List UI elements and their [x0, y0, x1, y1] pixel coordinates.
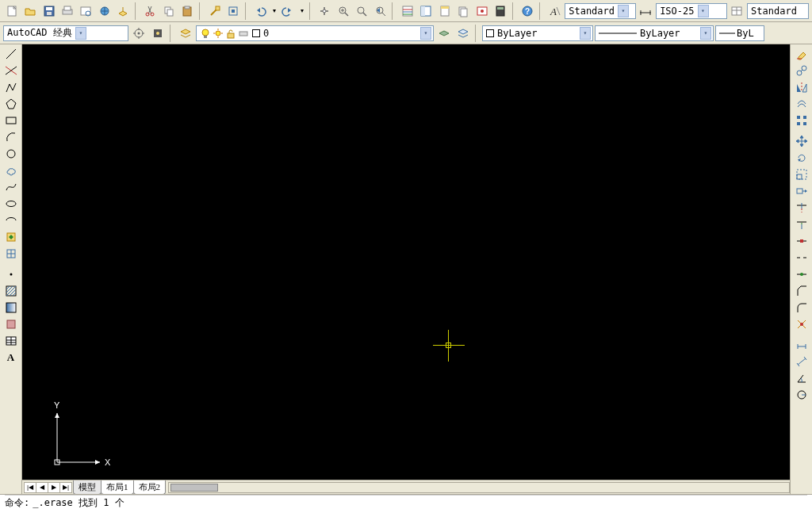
publish-button[interactable] [96, 2, 113, 20]
table-tool[interactable] [2, 333, 20, 349]
layer-combo[interactable]: 0 ▾ [196, 25, 434, 41]
help-button[interactable]: ? [519, 2, 536, 20]
sheet-set-button[interactable] [454, 2, 471, 20]
arc-tool[interactable] [2, 129, 20, 145]
command-area[interactable]: 命令: _.erase 找到 1 个 [0, 494, 812, 509]
erase-tool[interactable] [793, 46, 810, 62]
undo-dropdown[interactable]: ▾ [270, 2, 278, 20]
hatch-tool[interactable] [2, 283, 20, 299]
redo-dropdown[interactable]: ▾ [298, 2, 306, 20]
plot-button[interactable] [59, 2, 75, 20]
break-at-point-tool[interactable] [793, 233, 810, 249]
rectangle-tool[interactable] [2, 113, 20, 128]
new-file-button[interactable] [3, 2, 20, 20]
construction-line-tool[interactable] [2, 63, 20, 78]
dim-style-combo[interactable]: ISO-25 ▾ [656, 3, 727, 19]
revision-cloud-tool[interactable] [2, 163, 20, 178]
table-style-combo[interactable]: Standard [747, 3, 809, 19]
plot-preview-button[interactable] [78, 2, 94, 20]
markup-button[interactable] [473, 2, 490, 20]
polygon-tool[interactable] [2, 96, 20, 112]
dimaligned-tool[interactable] [793, 354, 810, 369]
tab-nav-prev[interactable]: ◀ [36, 482, 48, 493]
tab-nav-next[interactable]: ▶ [48, 482, 60, 493]
join-tool[interactable] [793, 266, 810, 282]
dimangular-tool[interactable] [793, 370, 810, 386]
trim-tool[interactable] [793, 200, 810, 216]
copy-button[interactable] [160, 2, 177, 20]
text-style-combo[interactable]: Standard ▾ [565, 3, 636, 19]
svg-text:Y: Y [54, 400, 60, 410]
spline-tool[interactable] [2, 179, 20, 195]
dimstyle-icon[interactable] [638, 2, 654, 20]
lineweight-combo[interactable]: ByL [715, 25, 764, 41]
extend-tool[interactable] [793, 216, 810, 232]
horizontal-scrollbar[interactable] [168, 482, 790, 493]
chamfer-tool[interactable] [793, 283, 810, 299]
layer-previous-button[interactable] [435, 25, 453, 42]
layer-states-button[interactable] [454, 25, 472, 42]
scale-tool[interactable] [793, 166, 810, 182]
ellipse-tool[interactable] [2, 196, 20, 212]
paste-button[interactable] [179, 2, 196, 20]
break-tool[interactable] [793, 250, 810, 266]
redo-button[interactable] [280, 2, 297, 20]
offset-tool[interactable] [793, 96, 810, 112]
make-block-tool[interactable] [2, 246, 20, 262]
tab-layout1[interactable]: 布局1 [101, 480, 134, 495]
undo-button[interactable] [252, 2, 269, 20]
textstyle-icon[interactable]: A [546, 2, 563, 20]
command-prompt: 命令: [5, 496, 29, 509]
tab-nav-last[interactable]: ▶| [59, 482, 72, 493]
explode-tool[interactable] [793, 316, 810, 332]
3ddwfpublish-button[interactable] [114, 2, 131, 20]
linetype-combo[interactable]: ByLayer ▾ [595, 25, 714, 41]
region-tool[interactable] [2, 316, 20, 332]
open-file-button[interactable] [21, 2, 38, 20]
my-workspace-button[interactable] [149, 25, 167, 42]
match-prop-button[interactable] [206, 2, 223, 20]
save-button[interactable] [40, 2, 57, 20]
svg-rect-114 [803, 122, 806, 125]
polyline-tool[interactable] [2, 79, 20, 95]
zoom-realtime-button[interactable] [335, 2, 351, 20]
properties-button[interactable] [399, 2, 416, 20]
point-tool[interactable] [2, 266, 20, 282]
line-tool[interactable] [2, 46, 20, 62]
mtext-tool[interactable]: A [2, 350, 20, 365]
tablestyle-icon[interactable] [729, 2, 745, 20]
cut-button[interactable] [142, 2, 159, 20]
zoom-previous-button[interactable] [372, 2, 389, 20]
ellipse-arc-tool[interactable] [2, 212, 20, 228]
copy-tool[interactable] [793, 63, 810, 78]
circle-tool[interactable] [2, 146, 20, 162]
tab-model[interactable]: 模型 [73, 480, 102, 495]
dimlinear-tool[interactable] [793, 337, 810, 353]
workspace-combo[interactable]: AutoCAD 经典 ▾ [3, 25, 128, 41]
dimradius-tool[interactable] [793, 387, 810, 403]
rotate-tool[interactable] [793, 150, 810, 166]
fillet-tool[interactable] [793, 300, 810, 316]
quickcalc-button[interactable] [492, 2, 508, 20]
zoom-window-button[interactable] [354, 2, 370, 20]
svg-line-72 [6, 49, 16, 59]
layer-properties-button[interactable] [177, 25, 194, 42]
drawing-viewport[interactable]: X Y [22, 44, 790, 480]
svg-rect-18 [232, 10, 235, 13]
svg-marker-118 [800, 144, 803, 147]
color-combo[interactable]: ByLayer ▾ [482, 25, 593, 41]
insert-block-tool[interactable] [2, 229, 20, 245]
mirror-tool[interactable] [793, 79, 810, 95]
stretch-tool[interactable] [793, 183, 810, 199]
block-editor-button[interactable] [224, 2, 241, 20]
tab-nav-first[interactable]: |◀ [24, 482, 36, 493]
tool-palettes-button[interactable] [436, 2, 453, 20]
move-tool[interactable] [793, 133, 810, 149]
lightbulb-on-icon [200, 28, 211, 39]
pan-button[interactable] [316, 2, 333, 20]
gradient-tool[interactable] [2, 300, 20, 316]
design-center-button[interactable] [418, 2, 435, 20]
array-tool[interactable] [793, 113, 810, 128]
tab-layout2[interactable]: 布局2 [133, 480, 167, 495]
workspace-settings-button[interactable] [130, 25, 147, 42]
